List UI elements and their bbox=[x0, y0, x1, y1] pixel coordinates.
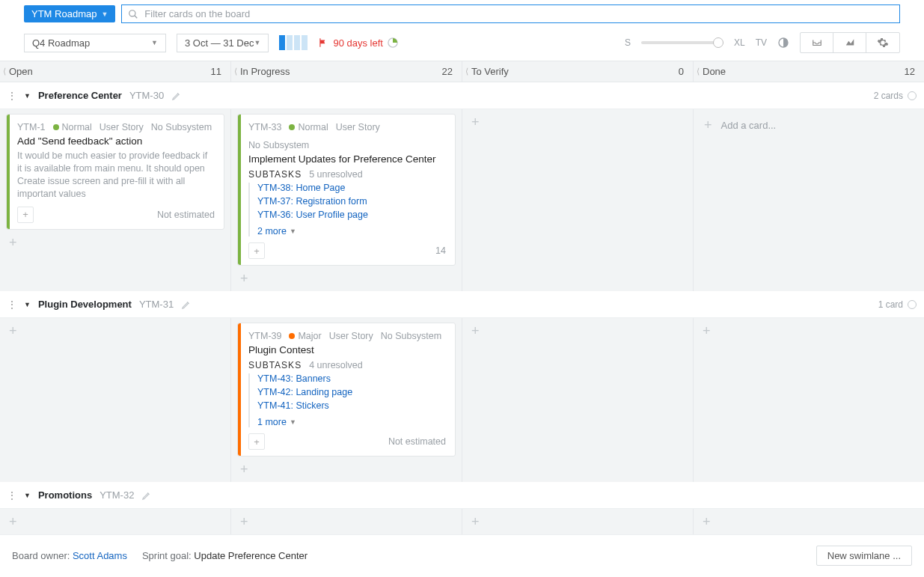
lane-cell[interactable]: YTM-39MajorUser StoryNo SubsystemPlugin … bbox=[231, 318, 462, 482]
card-estimate: Not estimated bbox=[157, 210, 215, 220]
swimlane-header[interactable]: ⋮▼PromotionsYTM-32 bbox=[0, 482, 924, 509]
collapse-icon[interactable]: ▼ bbox=[24, 92, 31, 100]
column-layout-toggle[interactable] bbox=[279, 35, 308, 50]
subtask-link[interactable]: YTM-43: Banners bbox=[257, 373, 446, 384]
contrast-icon[interactable] bbox=[777, 37, 789, 49]
subtask-link[interactable]: YTM-42: Landing page bbox=[257, 387, 446, 397]
lane-cell[interactable]: + bbox=[231, 509, 462, 534]
edit-icon[interactable] bbox=[171, 91, 182, 101]
card-estimate: 14 bbox=[435, 245, 446, 256]
chart-button[interactable] bbox=[833, 33, 866, 52]
date-range-select[interactable]: 3 Oct — 31 Dec ▼ bbox=[177, 34, 269, 52]
drag-handle-icon[interactable]: ⋮ bbox=[7, 91, 16, 101]
card-subsystem: No Subsystem bbox=[151, 122, 212, 132]
add-subtask-button[interactable]: + bbox=[248, 242, 265, 259]
lane-cell[interactable]: + bbox=[462, 109, 694, 291]
column-header[interactable]: ⟨Open11 bbox=[0, 61, 231, 82]
caret-down-icon: ▼ bbox=[101, 10, 108, 18]
chevron-left-icon: ⟨ bbox=[465, 67, 468, 76]
column-count: 0 bbox=[679, 66, 684, 77]
add-card-hint[interactable]: Add a card... bbox=[721, 120, 777, 131]
collapse-icon[interactable]: ▼ bbox=[24, 301, 31, 308]
add-card-button[interactable]: + bbox=[237, 270, 251, 287]
card-id: YTM-1 bbox=[17, 122, 46, 132]
subtasks-more[interactable]: 1 more ▼ bbox=[257, 417, 446, 427]
board-owner-link[interactable]: Scott Adams bbox=[73, 550, 127, 561]
caret-down-icon: ▼ bbox=[290, 418, 296, 426]
card[interactable]: YTM-1NormalUser StoryNo SubsystemAdd "Se… bbox=[6, 114, 224, 230]
settings-button[interactable] bbox=[866, 33, 899, 52]
lane-cell[interactable]: + bbox=[0, 318, 231, 482]
add-card-button[interactable]: + bbox=[468, 513, 483, 530]
add-card-button[interactable]: + bbox=[6, 323, 20, 339]
card[interactable]: YTM-33NormalUser StoryNo SubsystemImplem… bbox=[237, 114, 456, 266]
pie-progress-icon bbox=[388, 37, 398, 48]
priority-dot-icon bbox=[289, 333, 295, 339]
add-card-button[interactable]: + bbox=[6, 513, 20, 530]
add-card-button[interactable]: + bbox=[6, 234, 20, 251]
search-box[interactable] bbox=[121, 4, 900, 23]
sprint-select[interactable]: Q4 Roadmap ▼ bbox=[24, 34, 166, 52]
collapse-icon[interactable]: ▼ bbox=[24, 492, 31, 499]
column-header[interactable]: ⟨In Progress22 bbox=[231, 61, 462, 82]
subtask-link[interactable]: YTM-41: Stickers bbox=[257, 400, 446, 411]
board-switcher[interactable]: YTM Roadmap ▼ bbox=[24, 5, 115, 22]
new-swimlane-button[interactable]: New swimlane ... bbox=[816, 546, 912, 566]
subtask-link[interactable]: YTM-38: Home Page bbox=[257, 183, 446, 193]
lane-cell[interactable]: + bbox=[0, 509, 231, 534]
card-subsystem: No Subsystem bbox=[248, 140, 309, 150]
drag-handle-icon[interactable]: ⋮ bbox=[7, 490, 16, 501]
card-title: Implement Updates for Preference Center bbox=[248, 153, 446, 165]
size-small-label: S bbox=[625, 37, 631, 48]
add-card-button[interactable]: + bbox=[237, 461, 251, 477]
lane-cell[interactable]: +Add a card... bbox=[694, 109, 924, 291]
search-input[interactable] bbox=[144, 8, 893, 19]
search-icon bbox=[128, 9, 138, 19]
caret-down-icon: ▼ bbox=[290, 228, 296, 235]
drag-handle-icon[interactable]: ⋮ bbox=[7, 299, 16, 310]
sprint-goal-text: Update Preference Center bbox=[194, 550, 308, 561]
card-priority: Normal bbox=[62, 122, 92, 132]
lane-cell[interactable]: + bbox=[462, 509, 694, 534]
swimlane-header[interactable]: ⋮▼Preference CenterYTM-302 cards bbox=[0, 82, 924, 109]
progress-circle-icon bbox=[908, 300, 917, 309]
column-name: To Verify bbox=[471, 66, 509, 77]
inbox-button[interactable] bbox=[801, 33, 833, 52]
add-card-button[interactable]: + bbox=[700, 513, 714, 530]
layout-pill bbox=[294, 35, 300, 50]
subtasks-more[interactable]: 2 more ▼ bbox=[257, 226, 446, 236]
swimlane-key: YTM-31 bbox=[139, 299, 174, 310]
tv-mode-button[interactable]: TV bbox=[756, 37, 767, 48]
caret-down-icon: ▼ bbox=[254, 39, 260, 46]
slider-knob[interactable] bbox=[713, 37, 723, 48]
sprint-select-label: Q4 Roadmap bbox=[32, 37, 90, 49]
column-header[interactable]: ⟨To Verify0 bbox=[462, 61, 694, 82]
lane-cell[interactable]: YTM-1NormalUser StoryNo SubsystemAdd "Se… bbox=[0, 109, 231, 291]
add-card-button[interactable]: + bbox=[468, 114, 483, 130]
column-header[interactable]: ⟨Done12 bbox=[694, 61, 924, 82]
lane-cell[interactable]: + bbox=[462, 318, 694, 482]
add-card-button[interactable]: + bbox=[237, 513, 251, 530]
priority-stripe bbox=[238, 323, 241, 456]
layout-pill bbox=[279, 35, 285, 50]
subtask-link[interactable]: YTM-37: Registration form bbox=[257, 196, 446, 207]
board-owner-section: Board owner: Scott Adams bbox=[12, 550, 127, 561]
add-subtask-button[interactable]: + bbox=[248, 433, 265, 450]
add-subtask-button[interactable]: + bbox=[17, 207, 34, 223]
subtask-link[interactable]: YTM-36: User Profile page bbox=[257, 210, 446, 220]
card[interactable]: YTM-39MajorUser StoryNo SubsystemPlugin … bbox=[237, 323, 456, 457]
add-card-button[interactable]: + bbox=[701, 117, 715, 133]
card-subsystem: No Subsystem bbox=[381, 331, 441, 341]
lane-cell[interactable]: + bbox=[694, 509, 924, 534]
priority-stripe bbox=[238, 115, 241, 265]
edit-icon[interactable] bbox=[141, 490, 152, 501]
swimlane-header[interactable]: ⋮▼Plugin DevelopmentYTM-311 card bbox=[0, 291, 924, 318]
add-card-button[interactable]: + bbox=[700, 323, 714, 339]
add-card-button[interactable]: + bbox=[468, 323, 483, 339]
lane-cell[interactable]: YTM-33NormalUser StoryNo SubsystemImplem… bbox=[231, 109, 462, 291]
edit-icon[interactable] bbox=[181, 299, 192, 310]
column-count: 11 bbox=[211, 66, 221, 77]
card-size-slider[interactable] bbox=[641, 41, 723, 44]
sprint-goal-section: Sprint goal: Update Preference Center bbox=[142, 550, 308, 561]
lane-cell[interactable]: + bbox=[694, 318, 924, 482]
